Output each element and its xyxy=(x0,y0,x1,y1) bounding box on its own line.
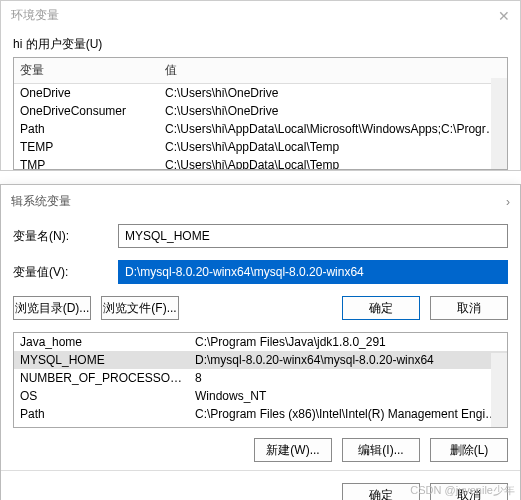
scrollbar[interactable] xyxy=(491,78,507,169)
edit-buttons-row: 浏览目录(D)... 浏览文件(F)... 确定 取消 xyxy=(1,290,520,326)
cell-name: NUMBER_OF_PROCESSORS xyxy=(14,370,189,386)
var-value-row: 变量值(V): D:\mysql-8.0.20-winx64\mysql-8.0… xyxy=(1,254,520,290)
cell-value: C:\Program Files\Java\jdk1.8.0_291 xyxy=(189,334,507,350)
system-vars-table[interactable]: Java_homeC:\Program Files\Java\jdk1.8.0_… xyxy=(13,332,508,428)
user-vars-table[interactable]: 变量 值 OneDriveC:\Users\hi\OneDriveOneDriv… xyxy=(13,57,508,170)
browse-dir-button[interactable]: 浏览目录(D)... xyxy=(13,296,91,320)
cell-value: C:\Program Files (x86)\Intel\Intel(R) Ma… xyxy=(189,406,507,422)
chevron-right-icon[interactable]: › xyxy=(506,195,510,209)
table-row[interactable]: NUMBER_OF_PROCESSORS8 xyxy=(14,369,507,387)
cell-name: Path xyxy=(14,121,159,137)
cell-name: OneDriveConsumer xyxy=(14,103,159,119)
edit-dialog-titlebar: 辑系统变量 › xyxy=(1,185,520,218)
cell-name: TEMP xyxy=(14,139,159,155)
table-row[interactable]: OneDriveC:\Users\hi\OneDrive xyxy=(14,84,507,102)
cell-value: C:\Users\hi\AppData\Local\Microsoft\Wind… xyxy=(159,121,507,137)
titlebar: 环境变量 ✕ xyxy=(1,1,520,30)
var-name-input[interactable]: MYSQL_HOME xyxy=(118,224,508,248)
browse-file-button[interactable]: 浏览文件(F)... xyxy=(101,296,179,320)
cell-value: C:\Users\hi\OneDrive xyxy=(159,85,507,101)
table-row[interactable]: Java_homeC:\Program Files\Java\jdk1.8.0_… xyxy=(14,333,507,351)
watermark: CSDN @juvenile少年 xyxy=(410,483,515,498)
cell-value: .COM;.EXE;.BAT;.CMD;.VBS;.VBE;.JS;.JSE;.… xyxy=(189,424,507,428)
cell-name: OS xyxy=(14,388,189,404)
col-name[interactable]: 变量 xyxy=(14,58,159,83)
cell-name: OneDrive xyxy=(14,85,159,101)
cell-value: D:\mysql-8.0.20-winx64\mysql-8.0.20-winx… xyxy=(189,352,507,368)
cell-name: PATHEXT xyxy=(14,424,189,428)
edit-cancel-button[interactable]: 取消 xyxy=(430,296,508,320)
edit-dialog-title: 辑系统变量 xyxy=(11,193,71,210)
var-name-row: 变量名(N): MYSQL_HOME xyxy=(1,218,520,254)
table-row[interactable]: PATHEXT.COM;.EXE;.BAT;.CMD;.VBS;.VBE;.JS… xyxy=(14,423,507,428)
table-header: 变量 值 xyxy=(14,58,507,84)
cell-name: Java_home xyxy=(14,334,189,350)
scrollbar[interactable] xyxy=(491,353,507,427)
cell-name: MYSQL_HOME xyxy=(14,352,189,368)
table-row[interactable]: TEMPC:\Users\hi\AppData\Local\Temp xyxy=(14,138,507,156)
table-row[interactable]: OneDriveConsumerC:\Users\hi\OneDrive xyxy=(14,102,507,120)
var-value-input[interactable]: D:\mysql-8.0.20-winx64\mysql-8.0.20-winx… xyxy=(118,260,508,284)
new-button[interactable]: 新建(W)... xyxy=(254,438,332,462)
sys-buttons-row: 新建(W)... 编辑(I)... 删除(L) xyxy=(1,432,520,468)
cell-value: Windows_NT xyxy=(189,388,507,404)
cell-name: Path xyxy=(14,406,189,422)
col-value[interactable]: 值 xyxy=(159,58,507,83)
dialog-title: 环境变量 xyxy=(11,7,59,24)
cell-value: 8 xyxy=(189,370,507,386)
cell-value: C:\Users\hi\AppData\Local\Temp xyxy=(159,139,507,155)
table-row[interactable]: PathC:\Program Files (x86)\Intel\Intel(R… xyxy=(14,405,507,423)
cell-name: TMP xyxy=(14,157,159,169)
table-row[interactable]: MYSQL_HOMED:\mysql-8.0.20-winx64\mysql-8… xyxy=(14,351,507,369)
var-value-label: 变量值(V): xyxy=(13,264,108,281)
cell-value: C:\Users\hi\AppData\Local\Temp xyxy=(159,157,507,169)
var-name-label: 变量名(N): xyxy=(13,228,108,245)
close-icon[interactable]: ✕ xyxy=(498,8,510,24)
ok-button[interactable]: 确定 xyxy=(342,483,420,500)
edit-button[interactable]: 编辑(I)... xyxy=(342,438,420,462)
delete-button[interactable]: 删除(L) xyxy=(430,438,508,462)
table-row[interactable]: PathC:\Users\hi\AppData\Local\Microsoft\… xyxy=(14,120,507,138)
table-row[interactable]: TMPC:\Users\hi\AppData\Local\Temp xyxy=(14,156,507,169)
user-vars-label: hi 的用户变量(U) xyxy=(1,30,520,57)
edit-ok-button[interactable]: 确定 xyxy=(342,296,420,320)
cell-value: C:\Users\hi\OneDrive xyxy=(159,103,507,119)
env-vars-dialog: 环境变量 ✕ hi 的用户变量(U) 变量 值 OneDriveC:\Users… xyxy=(0,0,521,171)
table-row[interactable]: OSWindows_NT xyxy=(14,387,507,405)
edit-var-dialog: 辑系统变量 › 变量名(N): MYSQL_HOME 变量值(V): D:\my… xyxy=(0,184,521,500)
